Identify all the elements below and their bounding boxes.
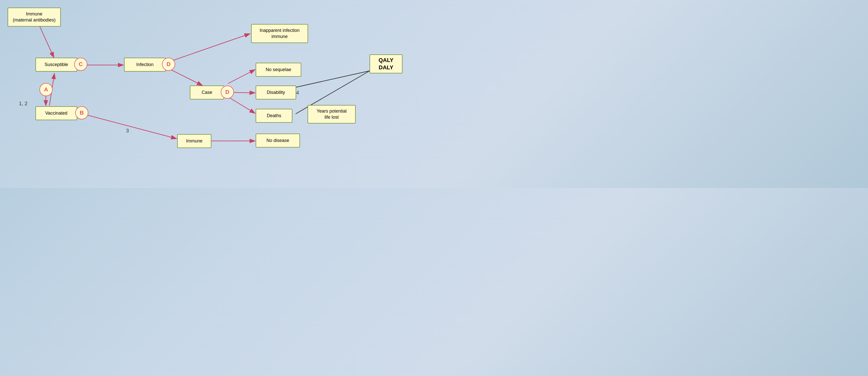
svg-line-10	[83, 114, 177, 139]
years-life-lost-box: Years potential life lost	[308, 105, 355, 123]
label-3: 3	[126, 128, 129, 134]
circle-A: A	[39, 83, 53, 96]
infection-box: Infection	[124, 58, 166, 72]
deaths-box: Deaths	[256, 109, 292, 123]
svg-line-7	[226, 96, 255, 113]
svg-line-4	[167, 68, 203, 86]
circle-B: B	[75, 106, 88, 119]
label-1-2: 1, 2	[19, 101, 27, 106]
svg-line-12	[296, 71, 370, 87]
inapparent-box: Inapparent infection immune	[251, 24, 308, 43]
susceptible-box: Susceptible	[35, 58, 77, 72]
immune-bottom-box: Immune	[177, 134, 211, 148]
svg-line-3	[170, 34, 250, 61]
disability-box: Disability	[256, 86, 296, 99]
immune-maternal-box: Immune (maternal antibodies)	[8, 8, 61, 27]
circle-D-case: D	[221, 86, 234, 99]
circle-D-top: D	[162, 58, 175, 71]
svg-line-5	[228, 70, 255, 84]
svg-line-1	[39, 25, 54, 58]
vaccinated-box: Vaccinated	[35, 106, 77, 120]
circle-C: C	[74, 58, 87, 71]
qaly-daly-box: QALY DALY	[370, 54, 402, 73]
label-4: 4	[296, 90, 299, 96]
case-box: Case	[190, 86, 224, 99]
no-sequelae-box: No sequelae	[256, 63, 301, 77]
no-disease-box: No disease	[256, 134, 300, 148]
